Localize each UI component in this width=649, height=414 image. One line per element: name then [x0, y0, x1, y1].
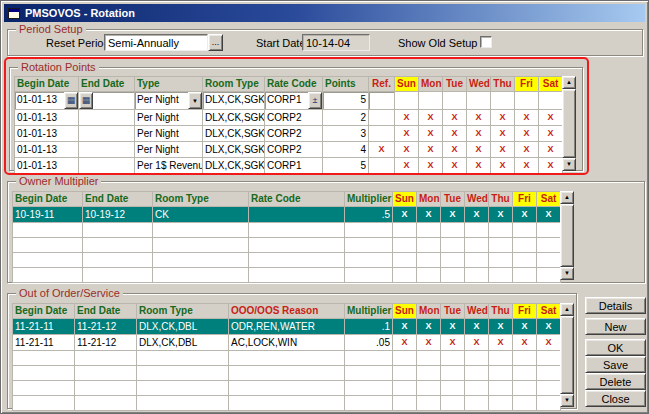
- scroll-down-icon[interactable]: ▼: [560, 267, 574, 280]
- lov-icon[interactable]: ±: [308, 92, 322, 109]
- cell-rate-code: CORP2: [265, 126, 323, 142]
- empty-cell: [513, 268, 537, 283]
- cell-mon: X: [417, 319, 441, 335]
- type-select[interactable]: Per Night: [135, 92, 188, 109]
- calendar-icon[interactable]: ▦: [79, 92, 93, 109]
- empty-cell: [83, 223, 153, 238]
- out-of-order-title: Out of Order/Service: [16, 287, 123, 300]
- reset-period-browse-button[interactable]: ...: [208, 34, 223, 51]
- chevron-down-icon[interactable]: ▼: [188, 92, 202, 109]
- cell-fri: X: [515, 110, 539, 126]
- cell-wed: X: [467, 110, 491, 126]
- scroll-up-icon[interactable]: ▲: [560, 303, 574, 316]
- out-of-order-row[interactable]: 11-21-1111-21-12DLX,CK,DBLAC,LOCK,WIN.05…: [13, 335, 561, 351]
- title-bar[interactable]: PMSOVOS - Rotation: [4, 4, 645, 22]
- room-type-input[interactable]: DLX,CK,SGK: [203, 92, 264, 109]
- empty-cell: [13, 253, 83, 268]
- scroll-thumb[interactable]: [560, 316, 574, 394]
- start-date-value: 10-14-04: [303, 35, 369, 51]
- vertical-scrollbar[interactable]: ▲ ▼: [560, 303, 574, 407]
- rate-code-input[interactable]: CORP1: [265, 92, 308, 109]
- col-tue: Tue: [441, 192, 465, 207]
- reset-period-field[interactable]: Semi-Annually: [104, 34, 208, 51]
- empty-cell: [417, 381, 441, 396]
- ok-button[interactable]: OK: [585, 339, 646, 356]
- end-date-input[interactable]: [93, 92, 134, 109]
- vertical-scrollbar[interactable]: ▲ ▼: [560, 191, 574, 280]
- start-date-field[interactable]: 10-14-04: [302, 34, 370, 51]
- scroll-down-icon[interactable]: ▼: [560, 394, 574, 407]
- out-of-order-row[interactable]: 11-21-1111-21-12DLX,CK,DBLODR,REN,WATER.…: [13, 319, 561, 335]
- scroll-down-icon[interactable]: ▼: [562, 158, 576, 171]
- col-mon: Mon: [417, 304, 441, 319]
- col-begin-date: Begin Date: [13, 192, 83, 207]
- day-cell-tue[interactable]: X: [443, 92, 467, 110]
- cell-thu: X: [491, 110, 515, 126]
- empty-cell: [83, 268, 153, 283]
- owner-multiplier-row[interactable]: 10-19-1110-19-12CK.5XXXXXXX: [13, 207, 561, 223]
- rotation-row[interactable]: 01-01-13Per NightDLX,CK,SGK,KCORP22XXXXX…: [15, 110, 563, 126]
- ref-cell: [369, 92, 395, 110]
- owner-multiplier-section: Owner Multiplier Begin Date End Date Roo…: [7, 181, 645, 283]
- day-cell-sat[interactable]: X: [539, 92, 563, 110]
- show-old-setup-checkbox[interactable]: [480, 36, 492, 48]
- cell-type: Per 1$ Revenu: [135, 158, 203, 174]
- col-tue: Tue: [441, 304, 465, 319]
- rotation-edit-row[interactable]: 01-01-13▦ ▦ Per Night▼ DLX,CK,SGK CORP1±…: [15, 92, 563, 110]
- close-button[interactable]: Close: [585, 390, 646, 407]
- col-fri: Fri: [515, 77, 539, 92]
- delete-button[interactable]: Delete: [585, 373, 646, 390]
- empty-cell: [513, 351, 537, 366]
- rotation-row[interactable]: 01-01-13Per 1$ RevenuDLX,CK,SGK,KCORP15X…: [15, 158, 563, 174]
- ref-input[interactable]: [369, 92, 394, 109]
- cell-type: Per Night: [135, 126, 203, 142]
- col-fri: Fri: [513, 304, 537, 319]
- cell-room-type: DLX,CK,DBL: [137, 335, 229, 351]
- cell-end-date: [79, 110, 135, 126]
- empty-cell: [75, 381, 137, 396]
- empty-cell: [513, 381, 537, 396]
- day-cell-mon[interactable]: X: [419, 92, 443, 110]
- empty-cell: [13, 351, 75, 366]
- empty-cell: [345, 238, 393, 253]
- scroll-thumb[interactable]: [560, 204, 574, 267]
- grid-row-empty: [13, 223, 561, 238]
- period-setup-title: Period Setup: [16, 23, 86, 36]
- empty-cell: [345, 396, 393, 411]
- cell-fri: X: [515, 158, 539, 174]
- calendar-icon[interactable]: ▦: [64, 92, 78, 109]
- cell-ref: [369, 126, 395, 142]
- scroll-thumb[interactable]: [562, 89, 576, 158]
- empty-cell: [137, 351, 229, 366]
- save-button[interactable]: Save: [585, 356, 646, 373]
- empty-cell: [489, 268, 513, 283]
- points-input[interactable]: 5: [323, 92, 368, 109]
- empty-cell: [137, 366, 229, 381]
- cell-room-type: DLX,CK,SGK,K: [203, 110, 265, 126]
- new-button[interactable]: New: [585, 318, 646, 335]
- day-cell-thu[interactable]: X: [491, 92, 515, 110]
- cell-end-date: 11-21-12: [75, 319, 137, 335]
- scroll-up-icon[interactable]: ▲: [562, 76, 576, 89]
- begin-date-input[interactable]: 01-01-13: [15, 92, 64, 109]
- scroll-up-icon[interactable]: ▲: [560, 191, 574, 204]
- day-cell-wed[interactable]: X: [467, 92, 491, 110]
- col-room-type: Room Type: [203, 77, 265, 92]
- day-cell-sun[interactable]: X: [395, 92, 419, 110]
- day-cell-fri[interactable]: X: [515, 92, 539, 110]
- rotation-row[interactable]: 01-01-13Per NightDLX,CK,SGK,KCORP24XXXXX…: [15, 142, 563, 158]
- empty-cell: [465, 223, 489, 238]
- cell-end-date: 10-19-12: [83, 207, 153, 223]
- rotation-row[interactable]: 01-01-13Per NightDLX,CK,SGK,KCORP23XXXXX…: [15, 126, 563, 142]
- details-button[interactable]: Details: [585, 297, 646, 314]
- empty-cell: [417, 238, 441, 253]
- cell-end-date: [79, 126, 135, 142]
- cell-begin-date: 01-01-13: [15, 110, 79, 126]
- empty-cell: [345, 223, 393, 238]
- end-date-cell: ▦: [79, 92, 135, 110]
- type-cell: Per Night▼: [135, 92, 203, 110]
- empty-cell: [393, 396, 417, 411]
- cell-fri: X: [515, 142, 539, 158]
- vertical-scrollbar[interactable]: ▲ ▼: [562, 76, 576, 171]
- cell-thu: X: [491, 158, 515, 174]
